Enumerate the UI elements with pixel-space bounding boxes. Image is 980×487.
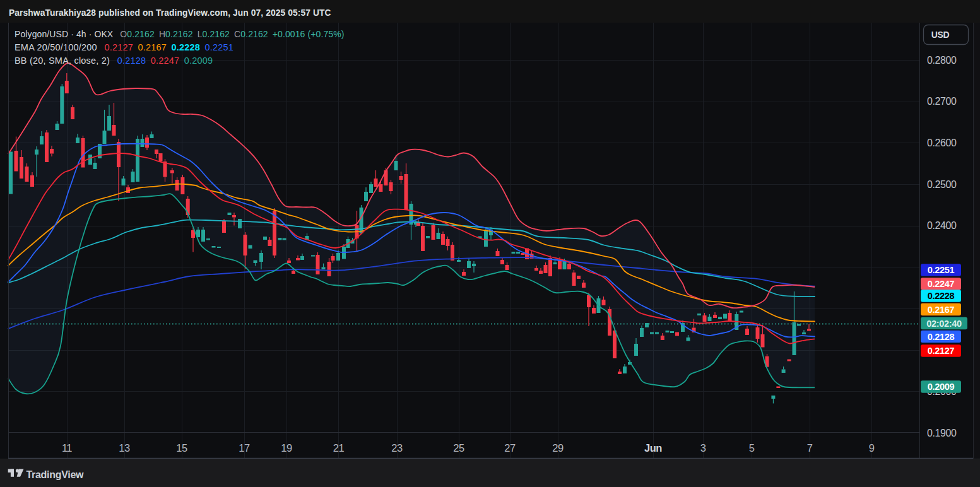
svg-text:BB (20, SMA, close, 2) 0.2128: BB (20, SMA, close, 2) 0.2128 0.2247 0.2… [15, 56, 213, 66]
svg-text:Jun: Jun [644, 442, 662, 454]
svg-text:0.1900: 0.1900 [927, 428, 957, 438]
svg-text:0.2700: 0.2700 [927, 96, 957, 107]
svg-text:ParshwaTurakhiya28 published o: ParshwaTurakhiya28 published on TradingV… [9, 8, 331, 18]
svg-text:25: 25 [453, 442, 464, 454]
svg-text:27: 27 [504, 442, 516, 454]
svg-text:0.2228: 0.2228 [928, 291, 955, 301]
svg-text:15: 15 [176, 442, 187, 454]
svg-text:TradingView: TradingView [27, 469, 85, 480]
svg-text:23: 23 [391, 442, 403, 454]
svg-text:9: 9 [869, 442, 875, 454]
svg-text:0.2128: 0.2128 [928, 332, 955, 342]
svg-text:19: 19 [281, 442, 292, 454]
svg-text:02:02:40: 02:02:40 [926, 319, 962, 329]
svg-text:USD: USD [931, 30, 950, 40]
svg-text:29: 29 [552, 442, 564, 454]
svg-text:13: 13 [119, 442, 130, 454]
svg-text:Polygon/USD · 4h · OKX O0.216: Polygon/USD · 4h · OKX O0.2162 H0.2162 L… [15, 29, 345, 39]
svg-text:17: 17 [239, 442, 250, 454]
svg-text:0.2251: 0.2251 [928, 265, 955, 275]
svg-text:EMA 20/50/100/200 0.2127 0.21: EMA 20/50/100/200 0.2127 0.2167 0.2228 0… [15, 42, 233, 52]
svg-text:0.2600: 0.2600 [927, 138, 957, 148]
svg-text:11: 11 [62, 442, 72, 454]
svg-text:3: 3 [700, 442, 706, 454]
svg-text:0.2247: 0.2247 [928, 279, 955, 289]
svg-text:0.2167: 0.2167 [928, 305, 955, 315]
svg-text:0.2800: 0.2800 [927, 55, 957, 66]
svg-text:0.2009: 0.2009 [928, 382, 955, 392]
svg-text:5: 5 [749, 442, 755, 454]
svg-text:0.2127: 0.2127 [928, 346, 955, 356]
svg-text:0.2500: 0.2500 [927, 179, 957, 190]
svg-text:21: 21 [333, 442, 345, 454]
svg-text:7: 7 [807, 442, 813, 454]
svg-text:0.2400: 0.2400 [927, 220, 957, 231]
